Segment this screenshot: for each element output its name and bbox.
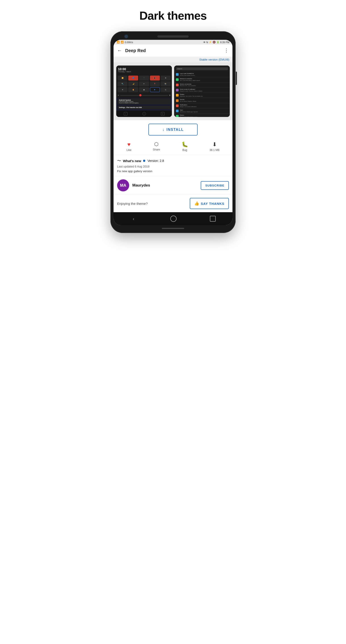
- page-title: Dark themes: [139, 9, 207, 22]
- settings-text-1: Wireless & networks Wi-Fi, Dual SIM sett…: [180, 78, 200, 81]
- settings-icon-6: [176, 104, 179, 107]
- settings-text-7: Apps Permissions, Default apps, App twin: [180, 109, 198, 112]
- settings-item-4: Display Brightness, Eye comfort, Text an…: [174, 93, 230, 98]
- share-label: Share: [153, 148, 160, 151]
- settings-title-0: Log in with HUAWEI ID: [180, 73, 195, 75]
- trend-icon: 〜: [117, 158, 121, 164]
- ss-icon-vibrate: 📳: [150, 76, 160, 80]
- ss-notif-title-2: Settings - File transfer via USB: [119, 107, 169, 108]
- ss-icon-hotspot: 🔥: [128, 87, 138, 92]
- install-button[interactable]: ↓ INSTALL: [148, 124, 197, 136]
- nfc-label: N: [206, 41, 208, 44]
- settings-title-2: Device connectivity: [180, 84, 196, 85]
- phone-device: 📶 📶 0.00K/s 👁 N ⚡ 🔇 🔋 8:39 PM ← Deep Red…: [110, 31, 236, 233]
- ss-icon-loc: 📍: [150, 82, 160, 86]
- settings-icon-3: [176, 89, 179, 92]
- settings-title-3: Home screen & wallpaper: [180, 88, 203, 90]
- phone-speaker: [157, 35, 189, 38]
- screenshot-time: 10:00: [118, 67, 170, 71]
- settings-sub-8: Power saving mode, Battery usage: [180, 116, 197, 117]
- screenshot-slider: ☀ ⚙: [116, 93, 172, 98]
- screenshot-search: Search: [176, 67, 228, 70]
- status-bar: 📶 📶 0.00K/s 👁 N ⚡ 🔇 🔋 8:39 PM: [114, 40, 232, 44]
- settings-icon-1: [176, 78, 179, 81]
- more-options-button[interactable]: ⋮: [224, 48, 229, 54]
- ss-notif-body-1: USB debugging initiatedTouch to disable …: [119, 101, 169, 104]
- download-action[interactable]: ⬇ 38.1 MB: [209, 141, 220, 152]
- ss-icon-rec: ⏺: [139, 87, 149, 92]
- screenshot-left-screen: 10:00 Thursday, 7 March 📶 🔵 📱 📳 ⚙ 🔦 🌙 ✈ …: [116, 66, 172, 117]
- settings-sub-2: Bluetooth, NFC, Easy projection: [180, 85, 196, 86]
- settings-sub-6: Badges, Lock screen notifications: [180, 106, 197, 108]
- settings-title-7: Apps: [180, 109, 198, 111]
- settings-icon-4: [176, 94, 179, 96]
- phone-screen: 📶 📶 0.00K/s 👁 N ⚡ 🔇 🔋 8:39 PM ← Deep Red…: [114, 40, 232, 225]
- install-label: INSTALL: [167, 128, 184, 132]
- download-icon: ⬇: [212, 141, 217, 148]
- heart-icon: ♥: [127, 141, 131, 148]
- settings-text-5: Sounds Do not disturb, Ringtone, Vibrate: [180, 99, 196, 102]
- battery-icon: 🔋: [216, 41, 220, 44]
- bug-action[interactable]: 🐛 Bug: [181, 141, 188, 152]
- enjoying-text: Enjoying the theme?: [117, 202, 148, 206]
- settings-item-8: Battery Power saving mode, Battery usage: [174, 114, 230, 117]
- settings-title-1: Wireless & networks: [180, 78, 200, 80]
- ss-slider-thumb: [139, 94, 141, 96]
- phone-home-button[interactable]: [170, 216, 177, 222]
- ss-settings-icon: ⚙: [169, 94, 171, 96]
- ss-icon-ss: 📸: [161, 82, 171, 86]
- subscribe-button[interactable]: SUBSCRIBE: [201, 181, 229, 190]
- ss-nav-home: ○: [142, 112, 146, 116]
- volume-icon: 🔇: [213, 41, 216, 44]
- app-header: ← Deep Red ⋮: [114, 44, 232, 57]
- install-icon: ↓: [162, 127, 165, 132]
- settings-sub-3: Magazine unlock, Themes, Always on displ…: [180, 90, 203, 92]
- screenshot-date: Thursday, 7 March: [118, 71, 170, 72]
- phone-recent-button[interactable]: [210, 216, 216, 222]
- settings-icon-7: [176, 110, 179, 112]
- install-section: ↓ INSTALL: [114, 120, 232, 139]
- back-button[interactable]: ←: [117, 48, 122, 54]
- ss-nav-back: ‹: [124, 112, 127, 116]
- ss-slider-bar: [120, 95, 168, 96]
- say-thanks-button[interactable]: 👍 SAY THANKS: [190, 198, 229, 209]
- whats-new-title: What's new: [123, 159, 141, 163]
- settings-sub-1: Wi-Fi, Dual SIM settings, Mobile network: [180, 80, 200, 82]
- ss-notification-1: Android System USB debugging initiatedTo…: [118, 98, 171, 104]
- whats-new-header: 〜 What's new Version: 2.8: [117, 158, 229, 164]
- time-text: 8:39 PM: [220, 41, 229, 44]
- ss-icon-data: 📱: [139, 76, 149, 80]
- settings-item-3: Home screen & wallpaper Magazine unlock,…: [174, 88, 230, 93]
- version-dot: [143, 160, 145, 162]
- ss-icon-torch: 🔦: [118, 82, 127, 86]
- settings-sub-0: Access more Huawei services.: [180, 75, 195, 76]
- phone-camera: [124, 34, 128, 38]
- version-text: Version: 2.8: [148, 159, 164, 162]
- eye-icon: 👁: [203, 41, 206, 44]
- whats-new-section: 〜 What's new Version: 2.8 Last updated 6…: [114, 155, 232, 176]
- settings-title-8: Battery: [180, 114, 197, 116]
- settings-item-7: Apps Permissions, Default apps, App twin: [174, 108, 230, 114]
- bug-label: Bug: [182, 148, 187, 152]
- status-right: 👁 N ⚡ 🔇 🔋 8:39 PM: [203, 41, 229, 44]
- share-action[interactable]: ⬡ Share: [153, 141, 160, 152]
- phone-back-button[interactable]: ‹: [130, 215, 137, 222]
- settings-item-0: Log in with HUAWEI ID Access more Huawei…: [174, 72, 230, 77]
- bluetooth-icon: ⚡: [209, 41, 212, 44]
- like-action[interactable]: ♥ Like: [126, 141, 131, 152]
- settings-sub-4: Brightness, Eye comfort, Text and displa…: [180, 96, 203, 97]
- phone-top-bar: [114, 35, 232, 38]
- settings-item-6: Notifications Badges, Lock screen notifi…: [174, 103, 230, 108]
- screenshot-right-header: Search: [174, 66, 230, 72]
- ss-icon-auto: ⚙: [161, 76, 171, 80]
- settings-item-2: Device connectivity Bluetooth, NFC, Easy…: [174, 82, 230, 88]
- settings-icon-2: [176, 84, 179, 86]
- home-indicator: [162, 228, 184, 229]
- ss-brightness-icon: ☀: [118, 94, 119, 96]
- settings-text-0: Log in with HUAWEI ID Access more Huawei…: [180, 73, 195, 76]
- settings-icon-8: [176, 115, 179, 117]
- ss-icon-mode: ✈: [139, 82, 149, 86]
- ss-icon-eye: 👁: [118, 87, 127, 92]
- stable-version-text: Stable version (EMUI8): [199, 58, 229, 61]
- settings-item-1: Wireless & networks Wi-Fi, Dual SIM sett…: [174, 77, 230, 82]
